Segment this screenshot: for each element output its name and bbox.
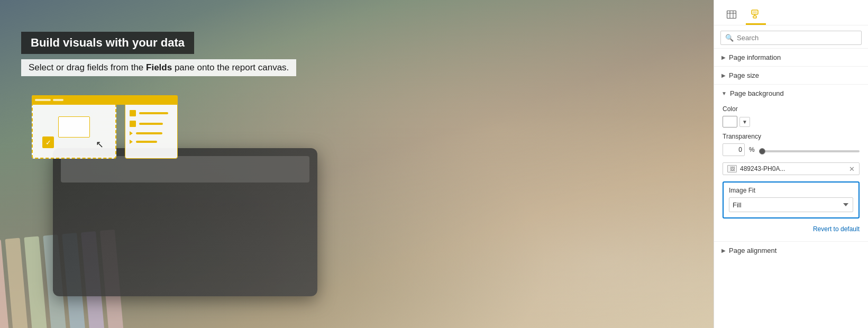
list-bar-1 — [139, 112, 168, 114]
section-page-information[interactable]: ▶ Page information — [714, 48, 868, 66]
illus-card-main: ✓ ↖ — [32, 95, 116, 159]
image-fit-dropdown[interactable]: Fill Fit Stretch Tile — [729, 197, 853, 212]
section-page-size[interactable]: ▶ Page size — [714, 66, 868, 84]
subtext-bold: Fields — [146, 62, 172, 72]
format-tab-icon[interactable] — [746, 5, 766, 25]
subtext-prefix: Select or drag fields from the — [29, 62, 146, 72]
list-tri-3 — [130, 131, 133, 135]
list-bar-3 — [136, 132, 162, 134]
transparency-slider[interactable] — [759, 150, 860, 152]
panel-toolbar — [714, 0, 868, 25]
list-check-2 — [130, 121, 136, 127]
list-check-1 — [130, 110, 136, 116]
list-row-1 — [130, 110, 173, 116]
list-row-3 — [130, 131, 173, 135]
list-row-4 — [130, 140, 173, 144]
list-bar-4 — [136, 141, 157, 143]
page-background-content: Color ▼ Transparency % 🖼 489243-PH0A... … — [714, 102, 868, 241]
canvas-text-overlay: Build visuals with your data Select or d… — [21, 32, 296, 76]
svg-rect-0 — [727, 11, 736, 19]
canvas-subtext: Select or drag fields from the Fields pa… — [21, 59, 296, 76]
transparency-label: Transparency — [723, 133, 860, 140]
chevron-right-icon-align: ▶ — [721, 248, 726, 253]
image-filename: 489243-PH0A... — [740, 165, 846, 172]
canvas-illustration: ✓ ↖ — [32, 95, 178, 159]
cursor-icon: ↖ — [96, 139, 104, 150]
image-fit-section: Image Fit Fill Fit Stretch Tile — [723, 181, 860, 218]
illus-list-card — [125, 95, 178, 159]
search-icon: 🔍 — [725, 34, 734, 42]
list-header-bar — [32, 95, 178, 105]
section-page-information-label: Page information — [729, 53, 781, 61]
chevron-right-icon: ▶ — [721, 54, 726, 60]
revert-to-default-link[interactable]: Revert to default — [813, 225, 860, 233]
image-file-row[interactable]: 🖼 489243-PH0A... ✕ — [723, 162, 860, 175]
color-label: Color — [723, 105, 860, 113]
report-canvas: Build visuals with your data Select or d… — [0, 0, 714, 328]
chevron-down-icon-bg: ▼ — [721, 90, 727, 96]
illus-inner-box — [58, 116, 90, 138]
format-panel: 🔍 ▶ Page information ▶ Page size ▼ Page … — [714, 0, 868, 328]
image-thumbnail-icon: 🖼 — [727, 165, 737, 172]
transparency-input[interactable] — [723, 143, 745, 156]
list-header-line — [35, 99, 51, 101]
section-page-background[interactable]: ▼ Page background — [714, 84, 868, 102]
percent-sign: % — [749, 146, 755, 153]
illus-checkmark: ✓ — [42, 136, 54, 148]
list-row-2 — [130, 121, 173, 127]
search-box[interactable]: 🔍 — [720, 31, 862, 45]
fields-tab-icon[interactable] — [721, 6, 742, 25]
revert-link-container: Revert to default — [723, 225, 860, 233]
transparency-row: % — [723, 143, 860, 156]
list-tri-4 — [130, 140, 133, 144]
calculator-decoration — [53, 148, 317, 296]
svg-rect-5 — [753, 11, 757, 13]
remove-image-button[interactable]: ✕ — [849, 166, 855, 172]
search-input[interactable] — [737, 34, 857, 42]
transparency-slider-container — [759, 146, 860, 154]
color-swatch-row: ▼ — [723, 116, 860, 127]
section-page-alignment-label: Page alignment — [729, 247, 776, 254]
section-page-alignment[interactable]: ▶ Page alignment — [714, 241, 868, 259]
section-page-size-label: Page size — [729, 71, 759, 79]
list-header-line2 — [53, 99, 63, 101]
chevron-right-icon-size: ▶ — [721, 72, 726, 78]
image-fit-label: Image Fit — [729, 187, 853, 194]
list-bar-2 — [139, 123, 163, 125]
canvas-background: Build visuals with your data Select or d… — [0, 0, 714, 328]
color-dropdown-arrow[interactable]: ▼ — [739, 117, 750, 127]
subtext-suffix: pane onto the report canvas. — [172, 62, 289, 72]
canvas-headline: Build visuals with your data — [21, 32, 194, 54]
section-page-background-label: Page background — [730, 89, 784, 97]
color-swatch[interactable] — [723, 116, 737, 127]
svg-rect-7 — [753, 16, 756, 18]
